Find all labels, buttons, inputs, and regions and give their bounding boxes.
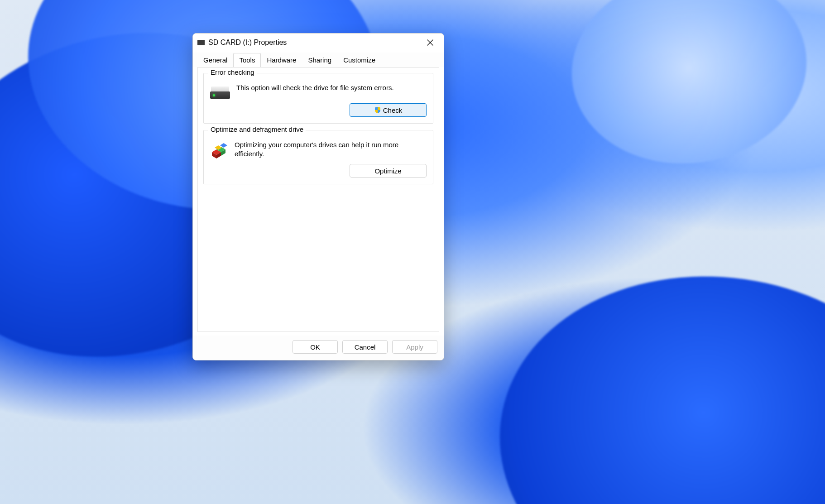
error-checking-body: This option will check the drive for fil… (210, 83, 427, 99)
tab-general[interactable]: General (197, 53, 233, 67)
titlebar[interactable]: SD CARD (I:) Properties (193, 34, 444, 52)
check-button[interactable]: Check (350, 103, 427, 117)
drive-icon (210, 85, 230, 99)
uac-shield-icon (374, 106, 381, 114)
tab-panel-tools: Error checking This option will check th… (197, 67, 439, 332)
tab-customize[interactable]: Customize (337, 53, 381, 67)
tab-sharing[interactable]: Sharing (302, 53, 337, 67)
wallpaper-petal (477, 249, 825, 504)
error-checking-group: Error checking This option will check th… (203, 73, 433, 124)
ok-button-label: OK (310, 343, 320, 351)
optimize-body: Optimizing your computer's drives can he… (210, 140, 427, 159)
tab-strip: General Tools Hardware Sharing Customize (193, 53, 444, 67)
wallpaper-petal (559, 0, 819, 178)
check-button-label: Check (383, 106, 403, 114)
properties-dialog: SD CARD (I:) Properties General Tools Ha… (192, 33, 444, 360)
error-checking-title: Error checking (208, 68, 257, 76)
defrag-icon (210, 141, 228, 159)
optimize-group: Optimize and defragment drive (203, 130, 433, 184)
apply-button-label: Apply (406, 343, 423, 351)
window-title: SD CARD (I:) Properties (208, 38, 420, 47)
close-button[interactable] (420, 35, 440, 50)
optimize-description: Optimizing your computer's drives can he… (235, 140, 427, 159)
optimize-button-label: Optimize (374, 167, 401, 175)
cancel-button-label: Cancel (355, 343, 376, 351)
optimize-button[interactable]: Optimize (350, 164, 427, 178)
dialog-footer: OK Cancel Apply (193, 336, 444, 360)
error-checking-description: This option will check the drive for fil… (236, 83, 394, 92)
tab-hardware[interactable]: Hardware (261, 53, 302, 67)
cancel-button[interactable]: Cancel (342, 340, 388, 354)
drive-title-icon (197, 40, 205, 45)
tab-tools[interactable]: Tools (233, 53, 261, 67)
ok-button[interactable]: OK (293, 340, 338, 354)
close-icon (427, 39, 433, 46)
optimize-title: Optimize and defragment drive (208, 125, 306, 133)
apply-button[interactable]: Apply (392, 340, 437, 354)
